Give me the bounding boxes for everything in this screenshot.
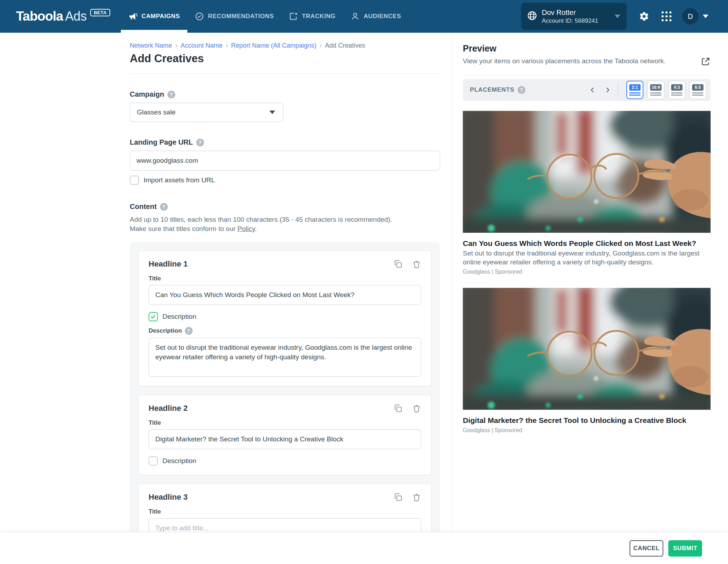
ratio-badge: 6:5 <box>692 84 703 91</box>
nav-item-label: RECOMMENDATIONS <box>208 13 274 20</box>
breadcrumb-separator: › <box>175 42 177 49</box>
title-field-label: Title <box>149 275 421 282</box>
user-avatar[interactable]: D <box>682 8 698 25</box>
headline-2-description-toggle[interactable]: Description <box>149 456 421 466</box>
help-icon[interactable]: ? <box>196 139 204 146</box>
preview-card-title: Digital Marketer? the Secret Tool to Unl… <box>463 415 711 425</box>
preview-panel: Preview View your items on various place… <box>451 33 728 564</box>
checkbox-unchecked-icon[interactable] <box>149 456 158 466</box>
logo-text-primary: Taboola <box>16 8 63 25</box>
ratio-lines <box>650 92 662 96</box>
help-icon[interactable]: ? <box>160 203 168 211</box>
chevron-left-icon[interactable] <box>585 85 600 95</box>
content-helper-line1: Add up to 10 titles, each less than 100 … <box>130 216 392 223</box>
external-link-icon[interactable] <box>701 57 711 68</box>
nav-item-label: TRACKING <box>302 13 336 20</box>
ratio-lines <box>692 92 703 96</box>
account-selector[interactable]: Dov Rotter Account ID: 5689241 <box>521 3 627 30</box>
taboola-logo[interactable]: Taboola Ads BETA <box>16 8 110 25</box>
description-toggle-label: Description <box>162 457 196 465</box>
top-navbar: Taboola Ads BETA CAMPAIGNS RECOMMENDATIO… <box>0 0 728 33</box>
nav-item-label: AUDIENCES <box>364 13 401 20</box>
headline-1-title-input[interactable] <box>149 285 421 305</box>
placement-ratio-16-9-button[interactable]: 16:9 <box>647 81 664 99</box>
nav-item-audiences[interactable]: AUDIENCES <box>343 0 409 33</box>
logo-text-secondary: Ads <box>65 8 87 25</box>
preview-card-description: Set out to disrupt the traditional eyewe… <box>463 249 711 267</box>
campaign-label-row: Campaign ? <box>130 90 440 98</box>
placement-ratio-4-3-button[interactable]: 4:3 <box>668 81 685 99</box>
globe-icon <box>527 10 537 22</box>
submit-button[interactable]: SUBMIT <box>668 540 702 557</box>
landing-page-url-input[interactable] <box>130 151 440 171</box>
headline-2-title-input[interactable] <box>149 429 421 449</box>
title-field-label: Title <box>149 508 421 515</box>
content-helper-period: . <box>255 225 257 232</box>
ratio-badge: 16:9 <box>650 84 662 91</box>
nav-item-recommendations[interactable]: RECOMMENDATIONS <box>187 0 281 33</box>
headline-2-title: Headline 2 <box>149 404 188 413</box>
headline-card-1: Headline 1 Title <box>138 251 432 386</box>
trash-icon[interactable] <box>412 404 421 413</box>
campaign-select[interactable]: Glasses sale <box>130 103 283 122</box>
duplicate-icon[interactable] <box>394 259 403 269</box>
policy-link[interactable]: Policy <box>237 225 255 232</box>
help-icon[interactable]: ? <box>167 91 175 98</box>
placement-ratio-2-1-button[interactable]: 2:1 <box>626 81 643 99</box>
preview-card-title: Can You Guess Which Words People Clicked… <box>463 238 711 248</box>
import-assets-checkbox-row[interactable]: Import assets from URL <box>130 176 440 185</box>
checkbox-unchecked-icon[interactable] <box>130 176 139 185</box>
breadcrumb-account-name[interactable]: Account Name <box>181 42 223 49</box>
help-icon[interactable]: ? <box>185 327 193 335</box>
chevron-right-icon[interactable] <box>600 85 615 95</box>
breadcrumb-network-name[interactable]: Network Name <box>130 42 172 49</box>
form-footer: CANCEL SUBMIT <box>0 532 728 564</box>
breadcrumb-separator: › <box>226 42 228 49</box>
headline-1-description-toggle[interactable]: Description <box>149 312 421 321</box>
placement-ratio-6-5-button[interactable]: 6:5 <box>689 81 706 99</box>
checkbox-checked-icon[interactable] <box>149 312 158 321</box>
chevron-down-icon <box>615 15 620 18</box>
avatar-chevron-down-icon[interactable] <box>703 15 708 18</box>
divider <box>618 83 618 97</box>
cancel-button[interactable]: CANCEL <box>630 540 663 557</box>
campaign-label: Campaign <box>130 90 164 98</box>
preview-title: Preview <box>463 43 711 54</box>
breadcrumb-report-name[interactable]: Report Name (All Campaigns) <box>231 42 316 49</box>
beta-badge: BETA <box>90 9 110 16</box>
ratio-lines <box>671 92 682 96</box>
title-field-label: Title <box>149 419 421 426</box>
nav-item-campaigns[interactable]: CAMPAIGNS <box>121 0 187 33</box>
megaphone-icon <box>128 12 138 21</box>
headline-3-title: Headline 3 <box>149 493 188 502</box>
headline-cards-container: Headline 1 Title <box>130 242 440 564</box>
breadcrumb-current: Add Creatives <box>325 42 365 49</box>
divider <box>463 75 711 75</box>
placements-label: PLACEMENTS <box>470 86 514 93</box>
content-helper-line2: Make sure that titles conform to our <box>130 225 237 232</box>
trash-icon[interactable] <box>412 493 421 502</box>
nav-item-tracking[interactable]: TRACKING <box>281 0 343 33</box>
trash-icon[interactable] <box>412 259 421 269</box>
help-icon[interactable]: ? <box>518 86 525 94</box>
placements-bar: PLACEMENTS ? 2:1 16:9 <box>463 79 711 101</box>
duplicate-icon[interactable] <box>394 404 403 413</box>
breadcrumb: Network Name › Account Name › Report Nam… <box>130 42 440 49</box>
headline-1-description-textarea[interactable]: Set out to disrupt the traditional eyewe… <box>149 338 421 377</box>
page-title: Add Creatives <box>130 52 440 65</box>
account-id: Account ID: 5689241 <box>542 17 598 25</box>
nav-item-label: CAMPAIGNS <box>141 13 180 20</box>
divider <box>130 74 440 74</box>
description-toggle-label: Description <box>162 313 196 321</box>
landing-page-label: Landing Page URL <box>130 138 193 146</box>
description-field-label-row: Description ? <box>149 327 421 335</box>
apps-grid-button[interactable] <box>662 11 671 21</box>
creative-form: Network Name › Account Name › Report Nam… <box>130 33 440 564</box>
preview-card-attribution: Goodglass | Sponsored <box>463 427 711 434</box>
settings-gear-button[interactable] <box>639 11 649 22</box>
campaign-selected-value: Glasses sale <box>137 108 176 116</box>
preview-image-glasses <box>463 111 711 233</box>
duplicate-icon[interactable] <box>394 493 403 502</box>
main-nav: CAMPAIGNS RECOMMENDATIONS TRACKING AUDIE… <box>121 0 408 33</box>
content-helper-text: Add up to 10 titles, each less than 100 … <box>130 215 440 233</box>
